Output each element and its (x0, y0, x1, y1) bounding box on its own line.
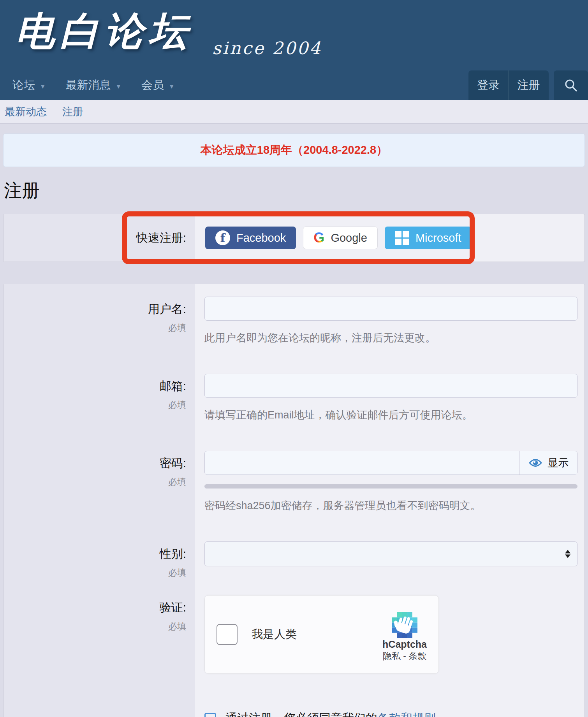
chevron-down-icon: ▾ (170, 81, 174, 90)
gender-input-cell (195, 529, 584, 583)
captcha-label: 验证: (160, 600, 186, 616)
main-nav: 论坛 ▾ 最新消息 ▾ 会员 ▾ 登录 注册 (0, 70, 588, 100)
email-field[interactable] (204, 374, 577, 398)
site-logo: 电白论坛 (16, 5, 193, 58)
nav-item-label: 论坛 (12, 77, 35, 93)
terms-text: 通过注册，您必须同意我们的条款和规则。 (225, 710, 447, 717)
terms-cell: 通过注册，您必须同意我们的条款和规则。 (195, 690, 584, 717)
required-badge: 必填 (168, 476, 186, 488)
search-button[interactable] (554, 70, 588, 100)
required-badge: 必填 (168, 620, 186, 633)
email-label: 邮箱: (160, 378, 186, 394)
microsoft-register-button[interactable]: Microsoft (385, 227, 472, 249)
password-hint: 密码经sha256加密储存，服务器管理员也看不到密码明文。 (204, 499, 577, 513)
provider-label: Google (331, 232, 367, 244)
quick-register-label-cell: 快速注册: (4, 214, 195, 262)
hcaptcha-brand: hCaptcha 隐私 - 条款 (382, 612, 427, 662)
logo-tagline: since 2004 (212, 38, 322, 58)
facebook-icon: f (215, 230, 230, 245)
email-hint: 请填写正确的Email地址，确认验证邮件后方可使用论坛。 (204, 408, 577, 422)
chevron-down-icon: ▾ (41, 81, 45, 90)
terms-text-after: 。 (436, 712, 447, 717)
gender-select[interactable] (204, 541, 577, 566)
quick-register-section: 快速注册: f Facebook G Google Microsoft (3, 214, 585, 262)
google-icon: G (313, 231, 324, 245)
gender-row: 性别: 必填 (4, 529, 584, 583)
gender-label: 性别: (160, 546, 186, 562)
nav-item-members[interactable]: 会员 ▾ (141, 77, 174, 93)
nav-item-label: 会员 (141, 77, 164, 93)
password-label: 密码: (160, 455, 186, 471)
terms-checkbox[interactable] (204, 713, 216, 717)
site-header: 电白论坛 since 2004 论坛 ▾ 最新消息 ▾ 会员 ▾ 登录 注册 (0, 0, 588, 100)
nav-item-whats-new[interactable]: 最新消息 ▾ (66, 77, 121, 93)
hcaptcha-checkbox[interactable] (217, 624, 238, 645)
hcaptcha-widget: 我是人类 (204, 595, 439, 674)
terms-label-cell (4, 690, 195, 717)
breadcrumb-register[interactable]: 注册 (62, 105, 83, 119)
nav-right: 登录 注册 (468, 70, 588, 100)
username-hint: 此用户名即为您在论坛的昵称，注册后无法更改。 (204, 331, 577, 345)
quick-register-buttons: f Facebook G Google Microsoft (195, 214, 472, 262)
captcha-cell: 我是人类 (195, 583, 584, 690)
required-badge: 必填 (168, 567, 186, 579)
hcaptcha-brand-name: hCaptcha (382, 639, 427, 650)
nav-left: 论坛 ▾ 最新消息 ▾ 会员 ▾ (0, 70, 468, 100)
facebook-register-button[interactable]: f Facebook (205, 227, 296, 249)
password-row: 密码: 必填 显示 密码经sha256加密储存，服务器管理员也看不到密码明文。 (4, 438, 584, 529)
breadcrumb-whats-new[interactable]: 最新动态 (5, 105, 47, 119)
username-label-cell: 用户名: 必填 (4, 284, 195, 361)
gender-label-cell: 性别: 必填 (4, 529, 195, 583)
breadcrumb: 最新动态 注册 (0, 100, 588, 124)
provider-label: Microsoft (415, 232, 461, 244)
nav-item-label: 最新消息 (66, 77, 111, 93)
chevron-down-icon: ▾ (117, 81, 121, 90)
hcaptcha-logo-icon (392, 612, 417, 638)
terms-rules-link[interactable]: 条款和规则 (377, 712, 436, 717)
captcha-label-cell: 验证: 必填 (4, 583, 195, 690)
captcha-row: 验证: 必填 我是人类 (4, 583, 584, 690)
search-icon (564, 79, 577, 92)
eye-icon (528, 458, 542, 468)
anniversary-notice: 本论坛成立18周年（2004.8-2022.8） (3, 134, 585, 167)
nav-item-forums[interactable]: 论坛 ▾ (12, 77, 45, 93)
username-label: 用户名: (148, 301, 186, 317)
required-badge: 必填 (168, 399, 186, 411)
notice-text: 本论坛成立18周年（2004.8-2022.8） (201, 142, 387, 158)
email-label-cell: 邮箱: 必填 (4, 361, 195, 438)
email-row: 邮箱: 必填 请填写正确的Email地址，确认验证邮件后方可使用论坛。 (4, 361, 584, 438)
registration-form: 用户名: 必填 此用户名即为您在论坛的昵称，注册后无法更改。 邮箱: 必填 请填… (3, 284, 585, 717)
required-badge: 必填 (168, 322, 186, 334)
microsoft-icon (395, 231, 409, 245)
hcaptcha-privacy-terms-links[interactable]: 隐私 - 条款 (383, 650, 426, 662)
google-register-button[interactable]: G Google (303, 227, 378, 249)
password-label-cell: 密码: 必填 (4, 438, 195, 529)
password-input-group: 显示 (204, 451, 577, 475)
password-input-cell: 显示 密码经sha256加密储存，服务器管理员也看不到密码明文。 (195, 438, 584, 529)
provider-label: Facebook (236, 232, 286, 244)
email-input-cell: 请填写正确的Email地址，确认验证邮件后方可使用论坛。 (195, 361, 584, 438)
password-input[interactable] (205, 451, 519, 474)
password-strength-meter (204, 484, 577, 489)
terms-text-before: 通过注册，您必须同意我们的 (225, 712, 377, 717)
register-nav-button[interactable]: 注册 (508, 70, 549, 100)
page-title: 注册 (4, 179, 588, 203)
show-password-button[interactable]: 显示 (519, 451, 577, 474)
hcaptcha-checkbox-label: 我是人类 (252, 627, 382, 642)
username-input[interactable] (204, 297, 577, 321)
show-password-label: 显示 (548, 456, 569, 470)
username-input-cell: 此用户名即为您在论坛的昵称，注册后无法更改。 (195, 284, 584, 361)
username-row: 用户名: 必填 此用户名即为您在论坛的昵称，注册后无法更改。 (4, 284, 584, 361)
terms-row: 通过注册，您必须同意我们的条款和规则。 (4, 690, 584, 717)
quick-register-label: 快速注册: (136, 230, 186, 246)
login-button[interactable]: 登录 (468, 70, 508, 100)
